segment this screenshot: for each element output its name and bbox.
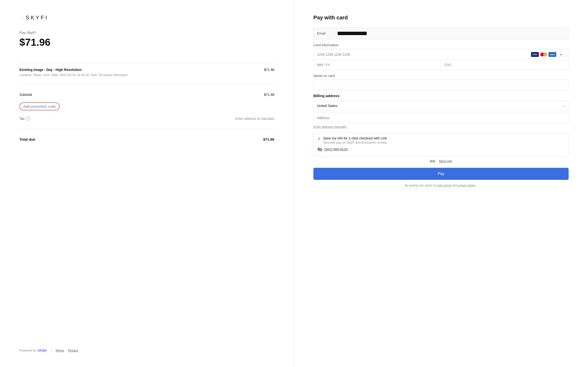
- link-save-description: Securely pay on SkyFi and thousands of s…: [323, 141, 388, 144]
- powered-by-text: Powered by: [19, 349, 36, 352]
- billing-group: Billing address United States ⌄ Enter ad…: [313, 94, 569, 129]
- card-info-group: Card information VISA AMEX DC: [313, 43, 569, 70]
- email-group: Email: [313, 28, 569, 39]
- total-value: $71.96: [263, 137, 274, 141]
- right-panel: Pay with card Email Card information VIS…: [294, 0, 588, 367]
- privacy-link[interactable]: Privacy: [68, 349, 78, 352]
- left-panel: ← SKYFI Pay SkyFi $71.96 Existing Image …: [0, 0, 294, 367]
- promo-section: Add promotion code: [19, 102, 274, 110]
- name-label: Name on card: [313, 74, 569, 78]
- footer: Powered by stripe | Terms Privacy: [19, 334, 274, 352]
- subtotal-value: $71.96: [264, 93, 274, 97]
- name-input[interactable]: [313, 80, 569, 90]
- terms-text: By paying, you agree to Link's terms and…: [313, 183, 569, 188]
- order-item-description: Location: Texas, USA. Date: 2022-10-20 1…: [19, 73, 129, 77]
- subtotal-label: Subtotal: [19, 93, 32, 97]
- divider-3: [19, 129, 274, 129]
- stripe-logo: stripe: [38, 348, 47, 352]
- pay-with-card-title: Pay with card: [313, 15, 569, 21]
- terms-period: .: [476, 184, 477, 187]
- cvc-input[interactable]: [441, 60, 568, 70]
- visa-icon: VISA: [531, 52, 539, 57]
- card-number-row: VISA AMEX DC: [314, 49, 568, 60]
- privacy-policy-link[interactable]: privacy policy: [458, 184, 476, 187]
- amount-display: $71.96: [19, 37, 274, 48]
- order-item-row: Existing Image - Day - High Resolution L…: [19, 68, 274, 77]
- address-input[interactable]: [313, 113, 569, 123]
- checkmark-icon: ✓: [318, 137, 321, 141]
- divider-2: [19, 84, 274, 84]
- phone-number: (201) 555-0123: [324, 148, 347, 151]
- total-row: Total due $71.96: [19, 137, 274, 141]
- email-masked-value: [338, 32, 367, 35]
- footer-separator: |: [51, 348, 52, 352]
- tax-label: Tax i: [19, 117, 30, 121]
- back-arrow-icon[interactable]: ←: [19, 15, 24, 20]
- billing-label: Billing address: [313, 94, 569, 98]
- order-item-price: $71.96: [264, 68, 274, 72]
- card-info-box: VISA AMEX DC: [313, 49, 569, 70]
- expiry-input[interactable]: [314, 60, 441, 70]
- pay-button[interactable]: Pay: [313, 168, 569, 180]
- country-select[interactable]: United States ⌄: [313, 101, 569, 111]
- order-item-title: Existing Image - Day - High Resolution: [19, 68, 129, 72]
- tax-value: Enter address to calculate: [235, 117, 274, 121]
- email-input-row: Email: [313, 28, 569, 39]
- subtotal-row: Subtotal $71.96: [19, 93, 274, 97]
- mastercard-icon: [540, 52, 547, 57]
- diners-icon: DC: [557, 52, 565, 57]
- us-flag-icon: 🇺🇸: [318, 147, 322, 152]
- country-value: United States: [317, 104, 337, 108]
- link-save-box: ✓ Save my info for 1-click checkout with…: [313, 133, 569, 156]
- chevron-down-icon: ⌄: [562, 104, 565, 108]
- card-icons: VISA AMEX DC: [531, 52, 565, 57]
- divider-1: [19, 63, 274, 63]
- link-save-title: Save my info for 1-click checkout with L…: [323, 136, 388, 140]
- link-footer-row: link · More info: [313, 159, 569, 163]
- enter-address-manually-link[interactable]: Enter address manually: [313, 125, 346, 129]
- amex-icon: AMEX: [548, 52, 556, 57]
- terms-and: and: [452, 184, 457, 187]
- terms-link[interactable]: Terms: [55, 349, 64, 352]
- name-group: Name on card: [313, 74, 569, 90]
- tax-row: Tax i Enter address to calculate: [19, 117, 274, 121]
- card-expiry-cvc-row: [314, 60, 568, 70]
- email-label: Email: [317, 32, 332, 35]
- pay-label: Pay SkyFi: [19, 31, 274, 35]
- card-number-input[interactable]: [317, 52, 531, 56]
- more-info-link[interactable]: More info: [439, 159, 452, 163]
- add-promo-code-button[interactable]: Add promotion code: [19, 102, 60, 110]
- email-separator: [335, 31, 335, 36]
- links-terms-link[interactable]: Link's terms: [436, 184, 452, 187]
- brand-logo: SKYFI: [26, 15, 49, 21]
- logo-area: ← SKYFI: [19, 15, 274, 21]
- link-save-row: ✓ Save my info for 1-click checkout with…: [318, 136, 564, 144]
- phone-row: 🇺🇸 (201) 555-0123: [318, 146, 564, 153]
- tax-info-icon[interactable]: i: [26, 117, 30, 121]
- link-brand-label: link: [430, 159, 435, 163]
- powered-by: Powered by stripe: [19, 348, 47, 352]
- total-label: Total due: [19, 137, 35, 141]
- terms-prefix: By paying, you agree to: [405, 184, 435, 187]
- card-info-label: Card information: [313, 43, 569, 47]
- link-dot-separator: ·: [437, 159, 438, 163]
